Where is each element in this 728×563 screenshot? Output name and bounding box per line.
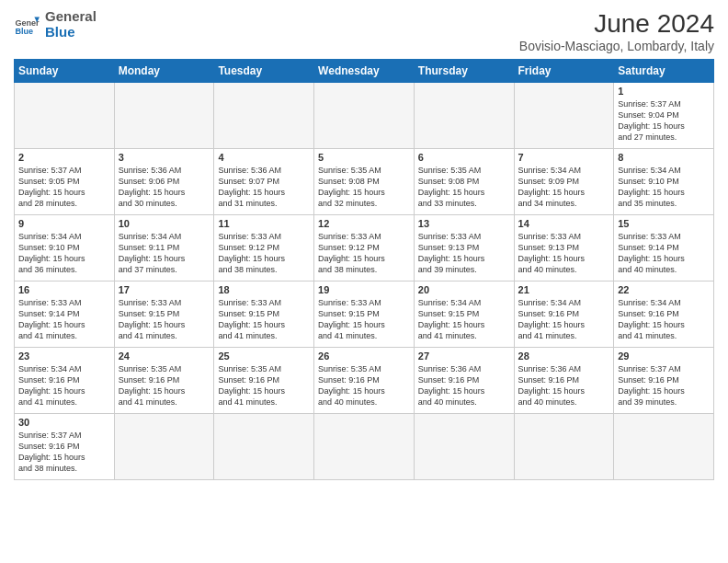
day-info: Sunrise: 5:34 AM Sunset: 9:10 PM Dayligh…: [18, 231, 110, 276]
calendar-cell: [114, 414, 214, 480]
calendar-cell: [214, 83, 314, 149]
day-info: Sunrise: 5:33 AM Sunset: 9:13 PM Dayligh…: [418, 231, 510, 276]
day-info: Sunrise: 5:37 AM Sunset: 9:04 PM Dayligh…: [618, 98, 710, 144]
day-number: 25: [218, 350, 310, 362]
day-info: Sunrise: 5:33 AM Sunset: 9:14 PM Dayligh…: [618, 231, 710, 276]
calendar-cell: [514, 414, 614, 480]
calendar-cell: [314, 414, 415, 480]
title-area: June 2024 Bovisio-Masciago, Lombardy, It…: [519, 9, 714, 53]
calendar-cell: 18Sunrise: 5:33 AM Sunset: 9:15 PM Dayli…: [214, 282, 314, 348]
calendar-cell: [314, 83, 415, 149]
calendar-cell: 16Sunrise: 5:33 AM Sunset: 9:14 PM Dayli…: [15, 282, 115, 348]
day-info: Sunrise: 5:37 AM Sunset: 9:05 PM Dayligh…: [18, 165, 110, 210]
day-number: 14: [518, 218, 610, 229]
day-info: Sunrise: 5:35 AM Sunset: 9:16 PM Dayligh…: [218, 363, 310, 408]
day-number: 7: [518, 152, 610, 163]
day-info: Sunrise: 5:34 AM Sunset: 9:15 PM Dayligh…: [418, 297, 510, 342]
calendar-header-row: Sunday Monday Tuesday Wednesday Thursday…: [15, 60, 714, 83]
calendar-cell: 27Sunrise: 5:36 AM Sunset: 9:16 PM Dayli…: [414, 348, 514, 414]
calendar-cell: 22Sunrise: 5:34 AM Sunset: 9:16 PM Dayli…: [614, 282, 714, 348]
calendar-cell: 29Sunrise: 5:37 AM Sunset: 9:16 PM Dayli…: [614, 348, 714, 414]
day-number: 2: [18, 152, 110, 163]
calendar-title: June 2024: [519, 9, 714, 39]
calendar-cell: 7Sunrise: 5:34 AM Sunset: 9:09 PM Daylig…: [514, 149, 614, 215]
calendar-cell: [15, 83, 115, 149]
calendar-cell: 23Sunrise: 5:34 AM Sunset: 9:16 PM Dayli…: [15, 348, 115, 414]
day-info: Sunrise: 5:33 AM Sunset: 9:13 PM Dayligh…: [518, 231, 610, 276]
calendar-week-row: 1Sunrise: 5:37 AM Sunset: 9:04 PM Daylig…: [15, 83, 714, 149]
day-info: Sunrise: 5:33 AM Sunset: 9:15 PM Dayligh…: [218, 297, 310, 342]
calendar-cell: 15Sunrise: 5:33 AM Sunset: 9:14 PM Dayli…: [614, 215, 714, 282]
day-number: 19: [318, 284, 410, 295]
day-number: 13: [418, 218, 510, 229]
day-info: Sunrise: 5:34 AM Sunset: 9:16 PM Dayligh…: [18, 363, 110, 408]
day-number: 18: [218, 284, 310, 295]
day-info: Sunrise: 5:34 AM Sunset: 9:09 PM Dayligh…: [518, 165, 610, 210]
calendar-cell: [114, 83, 214, 149]
calendar-cell: 9Sunrise: 5:34 AM Sunset: 9:10 PM Daylig…: [15, 215, 115, 282]
logo: General Blue General Blue: [14, 9, 97, 40]
day-info: Sunrise: 5:36 AM Sunset: 9:16 PM Dayligh…: [418, 363, 510, 408]
page-header: General Blue General Blue June 2024 Bovi…: [14, 9, 714, 53]
col-monday: Monday: [114, 60, 214, 83]
day-number: 30: [18, 417, 110, 428]
day-info: Sunrise: 5:33 AM Sunset: 9:15 PM Dayligh…: [318, 297, 410, 342]
calendar-cell: 10Sunrise: 5:34 AM Sunset: 9:11 PM Dayli…: [114, 215, 214, 282]
calendar-cell: 19Sunrise: 5:33 AM Sunset: 9:15 PM Dayli…: [314, 282, 415, 348]
day-info: Sunrise: 5:37 AM Sunset: 9:16 PM Dayligh…: [618, 363, 710, 408]
calendar-cell: [414, 414, 514, 480]
calendar-week-row: 30Sunrise: 5:37 AM Sunset: 9:16 PM Dayli…: [15, 414, 714, 480]
calendar-cell: 11Sunrise: 5:33 AM Sunset: 9:12 PM Dayli…: [214, 215, 314, 282]
calendar-cell: 3Sunrise: 5:36 AM Sunset: 9:06 PM Daylig…: [114, 149, 214, 215]
calendar-cell: 14Sunrise: 5:33 AM Sunset: 9:13 PM Dayli…: [514, 215, 614, 282]
calendar-cell: 6Sunrise: 5:35 AM Sunset: 9:08 PM Daylig…: [414, 149, 514, 215]
day-number: 9: [18, 218, 110, 229]
calendar-cell: 24Sunrise: 5:35 AM Sunset: 9:16 PM Dayli…: [114, 348, 214, 414]
day-number: 10: [119, 218, 210, 229]
day-number: 20: [418, 284, 510, 295]
calendar-table: Sunday Monday Tuesday Wednesday Thursday…: [14, 59, 714, 480]
col-thursday: Thursday: [414, 60, 514, 83]
day-info: Sunrise: 5:35 AM Sunset: 9:08 PM Dayligh…: [318, 165, 410, 210]
day-info: Sunrise: 5:33 AM Sunset: 9:12 PM Dayligh…: [218, 231, 310, 276]
calendar-cell: 17Sunrise: 5:33 AM Sunset: 9:15 PM Dayli…: [114, 282, 214, 348]
calendar-cell: [514, 83, 614, 149]
day-number: 26: [318, 350, 410, 362]
day-info: Sunrise: 5:35 AM Sunset: 9:08 PM Dayligh…: [418, 165, 510, 210]
day-info: Sunrise: 5:36 AM Sunset: 9:16 PM Dayligh…: [518, 363, 610, 408]
calendar-cell: [414, 83, 514, 149]
day-number: 8: [618, 152, 710, 163]
day-info: Sunrise: 5:34 AM Sunset: 9:16 PM Dayligh…: [518, 297, 610, 342]
day-info: Sunrise: 5:33 AM Sunset: 9:12 PM Dayligh…: [318, 231, 410, 276]
calendar-cell: 8Sunrise: 5:34 AM Sunset: 9:10 PM Daylig…: [614, 149, 714, 215]
logo-icon: General Blue: [14, 12, 40, 38]
calendar-cell: 5Sunrise: 5:35 AM Sunset: 9:08 PM Daylig…: [314, 149, 415, 215]
day-info: Sunrise: 5:33 AM Sunset: 9:15 PM Dayligh…: [119, 297, 210, 342]
day-info: Sunrise: 5:36 AM Sunset: 9:06 PM Dayligh…: [119, 165, 210, 210]
col-tuesday: Tuesday: [214, 60, 314, 83]
day-number: 3: [119, 152, 210, 163]
day-number: 24: [119, 350, 210, 362]
col-wednesday: Wednesday: [314, 60, 415, 83]
day-number: 12: [318, 218, 410, 229]
calendar-cell: 13Sunrise: 5:33 AM Sunset: 9:13 PM Dayli…: [414, 215, 514, 282]
calendar-cell: 12Sunrise: 5:33 AM Sunset: 9:12 PM Dayli…: [314, 215, 415, 282]
calendar-cell: 2Sunrise: 5:37 AM Sunset: 9:05 PM Daylig…: [15, 149, 115, 215]
col-saturday: Saturday: [614, 60, 714, 83]
day-number: 11: [218, 218, 310, 229]
day-info: Sunrise: 5:33 AM Sunset: 9:14 PM Dayligh…: [18, 297, 110, 342]
day-info: Sunrise: 5:35 AM Sunset: 9:16 PM Dayligh…: [318, 363, 410, 408]
day-info: Sunrise: 5:36 AM Sunset: 9:07 PM Dayligh…: [218, 165, 310, 210]
day-number: 4: [218, 152, 310, 163]
day-number: 21: [518, 284, 610, 295]
col-sunday: Sunday: [15, 60, 115, 83]
day-info: Sunrise: 5:34 AM Sunset: 9:10 PM Dayligh…: [618, 165, 710, 210]
calendar-cell: 25Sunrise: 5:35 AM Sunset: 9:16 PM Dayli…: [214, 348, 314, 414]
calendar-week-row: 16Sunrise: 5:33 AM Sunset: 9:14 PM Dayli…: [15, 282, 714, 348]
day-number: 29: [618, 350, 710, 362]
calendar-cell: 21Sunrise: 5:34 AM Sunset: 9:16 PM Dayli…: [514, 282, 614, 348]
day-number: 5: [318, 152, 410, 163]
day-number: 27: [418, 350, 510, 362]
calendar-subtitle: Bovisio-Masciago, Lombardy, Italy: [519, 39, 714, 53]
day-number: 16: [18, 284, 110, 295]
